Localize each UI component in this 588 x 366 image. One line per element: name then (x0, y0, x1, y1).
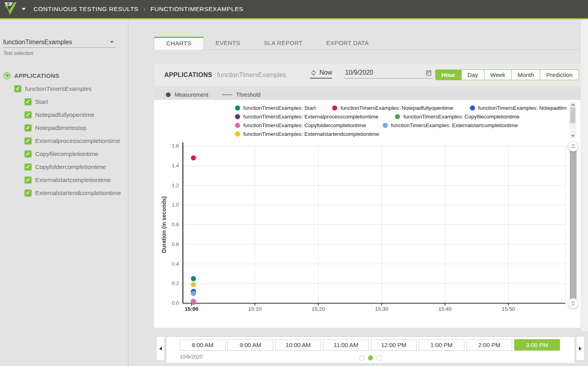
page-scrollbar-gutter[interactable] (581, 19, 588, 331)
sidebar-item-externalprocesscompletiontime[interactable]: ✓Externalprocesscompletiontime (0, 134, 128, 147)
legend-dot-icon (235, 123, 240, 128)
legend-scroll-down-icon[interactable] (569, 133, 576, 138)
y-tick-label: 0.0 (172, 300, 179, 306)
breadcrumb: CONTINUOUS TESTING RESULTS › FUNCTIONTIM… (34, 5, 243, 13)
legend-item-functiontimersexamples-externalprocesscompletiontime[interactable]: functionTimersExamples: Externalprocessc… (235, 114, 378, 120)
panel-subtitle: functionTimersExamples (217, 71, 286, 79)
now-button[interactable]: Now (310, 69, 332, 79)
checkbox-functiontimersexamples[interactable]: ✓ (14, 85, 21, 92)
legend-dot-icon (470, 105, 475, 111)
time-range-button-group: HourDayWeekMonthPrediction (435, 69, 579, 80)
checkbox-externalprocesscompletiontime[interactable]: ✓ (24, 137, 32, 145)
y-tick-label: 0.6 (172, 241, 179, 247)
legend-item-functiontimersexamples-start[interactable]: functionTimersExamples: Start (235, 105, 316, 111)
legend-item-functiontimersexamples-externalstartendcompletiontime[interactable]: functionTimersExamples: Externalstartend… (235, 131, 379, 137)
checkbox-copyfilecompletiontime[interactable]: ✓ (24, 150, 32, 158)
test-selection-dropdown[interactable]: functionTimersExamples (3, 37, 115, 48)
tree-items: ✓functionTimersExamples✓Start✓Notepadful… (0, 82, 128, 199)
y-zoom-slider-handle-bottom[interactable] (568, 298, 579, 309)
legend-scrollbar-thumb[interactable] (570, 107, 575, 123)
sidebar-item-notepadtimetostop[interactable]: ✓Notepadtimetostop (0, 121, 128, 134)
legend-scroll-up-icon[interactable] (569, 102, 576, 107)
sidebar-item-copyfoldercompletiontime[interactable]: ✓Copyfoldercompletiontime (0, 160, 128, 173)
test-selection-value: functionTimersExamples (3, 39, 72, 46)
y-zoom-slider-track[interactable] (570, 146, 577, 303)
x-tick-label: 15:40 (438, 306, 452, 312)
legend-item-label: functionTimersExamples: Externalstartcom… (391, 122, 518, 128)
timeslot-12-00-pm[interactable]: 12:00 PM (371, 339, 417, 351)
tab-events[interactable]: EVENTS (204, 36, 252, 49)
timeslot-8-00-am[interactable]: 8:00 AM (180, 339, 225, 351)
legend-item-functiontimersexamples-copyfoldercompletiontime[interactable]: functionTimersExamples: Copyfoldercomple… (235, 122, 366, 128)
y-tick-label: 0.4 (172, 261, 179, 267)
checkbox-externalstartcompletiontime[interactable]: ✓ (24, 176, 32, 184)
app-logo (4, 2, 17, 16)
measurement-threshold-legend: Measurement Threshold (154, 89, 580, 100)
timeslot-9-00-am[interactable]: 9:00 AM (227, 339, 273, 351)
calendar-icon[interactable] (425, 69, 432, 76)
checkbox-externalstartendcompletiontime[interactable]: ✓ (24, 190, 32, 197)
legend-item-functiontimersexamples-copyfilecompletiontime[interactable]: functionTimersExamples: Copyfilecompleti… (395, 114, 519, 120)
pager-dot-2[interactable] (368, 355, 373, 360)
arrow-right-icon (579, 347, 582, 351)
breadcrumb-section[interactable]: CONTINUOUS TESTING RESULTS (34, 6, 139, 13)
chart-toolbar: APPLICATIONS functionTimersExamples Now … (154, 64, 580, 86)
legend-dot-icon (383, 123, 388, 128)
legend-item-functiontimersexamples-notepadfullyopentime[interactable]: functionTimersExamples: Notepadfullyopen… (332, 105, 453, 111)
legend-dot-icon (235, 131, 240, 137)
timeline-navigator: 8:00 AM9:00 AM10:00 AM11:00 AM12:00 PM1:… (154, 334, 580, 365)
timeslot-3-00-pm[interactable]: 3:00 PM (514, 339, 560, 351)
tab-export-data[interactable]: EXPORT DATA (314, 36, 380, 49)
x-tick-label: 15:30 (375, 306, 389, 312)
timeslot-11-00-am[interactable]: 11:00 AM (323, 339, 369, 351)
grip-icon (571, 147, 575, 148)
timeslot-10-00-am[interactable]: 10:00 AM (275, 339, 321, 351)
checkbox-notepadtimetostop[interactable]: ✓ (24, 124, 32, 131)
sidebar-item-copyfilecompletiontime[interactable]: ✓Copyfilecompletiontime (0, 147, 128, 160)
timeslot-1-00-pm[interactable]: 1:00 PM (419, 339, 464, 351)
timeline-next-button[interactable] (576, 336, 584, 360)
x-tick-label: 15:10 (248, 306, 262, 312)
radio-selected-icon[interactable] (4, 72, 11, 79)
legend-item-label: functionTimersExamples: Start (243, 105, 316, 111)
checkbox-notepadfullyopentime[interactable]: ✓ (24, 111, 32, 118)
app-menu-caret-icon[interactable] (22, 8, 26, 10)
grip-icon (571, 145, 575, 145)
threshold-line-icon (222, 94, 232, 95)
y-tick-label: 0.8 (172, 221, 179, 227)
sidebar-item-externalstartendcompletiontime[interactable]: ✓Externalstartendcompletiontime (0, 186, 128, 199)
scatter-chart: 0.00.20.40.60.81.01.21.41.615:0015:1015:… (154, 139, 573, 321)
sidebar-item-notepadfullyopentime[interactable]: ✓Notepadfullyopentime (0, 108, 128, 121)
timeslot-2-00-pm[interactable]: 2:00 PM (466, 339, 512, 351)
y-tick-label: 1.6 (172, 143, 179, 149)
range-button-month[interactable]: Month (512, 69, 541, 80)
range-button-week[interactable]: Week (485, 69, 512, 80)
chart-panel: functionTimersExamples: StartfunctionTim… (154, 100, 580, 328)
pager-dot-1[interactable] (359, 355, 364, 360)
range-button-prediction[interactable]: Prediction (540, 69, 579, 80)
range-button-hour[interactable]: Hour (435, 69, 462, 80)
legend-item-functiontimersexamples-notepadtimetostop[interactable]: functionTimersExamples: Notepadtimetosto… (470, 105, 567, 111)
y-zoom-slider-handle-top[interactable] (568, 141, 579, 152)
chevron-down-icon (110, 41, 114, 43)
date-input[interactable]: 10/9/2020 (344, 69, 433, 79)
legend-item-label: functionTimersExamples: Externalprocessc… (243, 114, 378, 120)
checkbox-start[interactable]: ✓ (24, 98, 32, 105)
main-content: CHARTSEVENTSSLA REPORTEXPORT DATA APPLIC… (129, 19, 581, 366)
applications-radio-row[interactable]: APPLICATIONS (0, 69, 128, 82)
legend-item-label: functionTimersExamples: Notepadfullyopen… (340, 105, 453, 111)
tree-item-label: functionTimersExamples (25, 85, 92, 92)
range-button-day[interactable]: Day (462, 69, 485, 80)
sidebar-item-externalstartcompletiontime[interactable]: ✓Externalstartcompletiontime (0, 173, 128, 186)
tab-charts[interactable]: CHARTS (154, 37, 204, 50)
measurement-dot-icon (166, 92, 171, 97)
timeline-slots: 8:00 AM9:00 AM10:00 AM11:00 AM12:00 PM1:… (180, 339, 560, 351)
legend-item-functiontimersexamples-externalstartcompletiontime[interactable]: functionTimersExamples: Externalstartcom… (383, 122, 518, 128)
pager-dot-3[interactable] (377, 355, 382, 360)
data-point-functiontimersexamples-externalstartendcompletiontime (191, 282, 196, 287)
sidebar-item-start[interactable]: ✓Start (0, 95, 128, 108)
tab-sla-report[interactable]: SLA REPORT (252, 36, 314, 49)
checkbox-copyfoldercompletiontime[interactable]: ✓ (24, 163, 32, 171)
timeline-prev-button[interactable] (156, 336, 165, 360)
sidebar-item-functiontimersexamples[interactable]: ✓functionTimersExamples (0, 82, 128, 95)
